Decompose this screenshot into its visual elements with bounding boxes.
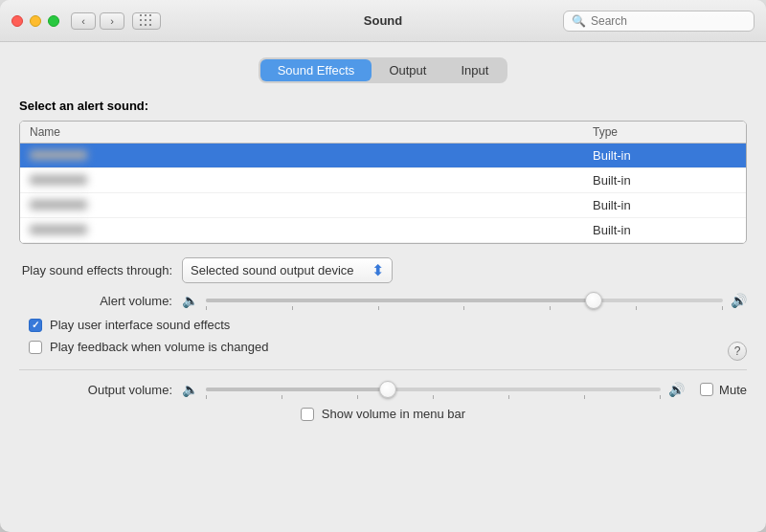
back-button[interactable]: ‹ [71,12,96,30]
list-header: Name Type [20,122,746,144]
alert-volume-row: Alert volume: 🔈 🔊 [19,293,747,308]
dropdown-arrow-icon: ⬍ [372,261,384,279]
mute-label: Mute [719,383,747,397]
play-through-label: Play sound effects through: [19,263,172,277]
slider-ticks [206,306,723,310]
window-title: Sound [364,13,402,28]
forward-button[interactable]: › [100,12,124,30]
output-slider-fill [206,388,388,391]
row-name-blurred [30,198,593,212]
ui-sounds-checkbox[interactable] [29,319,42,332]
slider-fill [206,299,594,302]
output-volume-high-icon: 🔊 [668,382,685,397]
content-area: Sound Effects Output Input Select an ale… [0,42,766,532]
window-controls [11,15,59,27]
alert-sound-label: Select an alert sound: [19,99,747,113]
titlebar: ‹ › Sound 🔍 [0,0,766,42]
show-volume-row: Show volume in menu bar [19,407,747,421]
search-box[interactable]: 🔍 [563,11,755,32]
table-row[interactable]: Built-in [20,193,746,218]
show-volume-checkbox[interactable] [301,408,314,421]
minimize-button[interactable] [30,15,41,27]
feedback-label: Play feedback when volume is changed [50,340,268,354]
show-volume-label: Show volume in menu bar [322,407,465,421]
play-through-dropdown[interactable]: Selected sound output device ⬍ [182,257,393,283]
row-type: Built-in [593,198,736,212]
tab-sound-effects[interactable]: Sound Effects [260,59,372,81]
ui-sounds-row: Play user interface sound effects [19,318,747,332]
main-window: ‹ › Sound 🔍 Sound Effects Output Input [0,0,766,532]
dropdown-value: Selected sound output device [191,263,354,277]
search-input[interactable] [591,14,746,28]
feedback-row-wrapper: Play feedback when volume is changed ? [19,340,747,362]
output-volume-label: Output volume: [19,383,172,397]
play-through-row: Play sound effects through: Selected sou… [19,257,747,283]
header-name: Name [30,125,593,139]
output-volume-row: Output volume: 🔈 🔊 Mute [19,382,747,397]
volume-high-icon: 🔊 [731,293,747,308]
volume-low-icon: 🔈 [182,293,198,308]
output-volume-slider[interactable] [206,388,661,391]
divider [19,369,747,370]
row-type: Built-in [593,223,736,237]
ui-sounds-label: Play user interface sound effects [50,318,230,332]
mute-container: Mute [700,383,747,397]
nav-buttons: ‹ › [71,12,124,30]
tab-group: Sound Effects Output Input [259,57,508,83]
output-volume-low-icon: 🔈 [182,382,198,397]
table-row[interactable]: Built-in [20,168,746,193]
alert-volume-slider-container: 🔈 🔊 [182,293,747,308]
close-button[interactable] [11,15,23,27]
feedback-row: Play feedback when volume is changed [19,340,728,354]
table-row[interactable]: Built-in [20,218,746,243]
tab-bar: Sound Effects Output Input [19,57,747,83]
sound-list: Name Type Built-in Built-in Built-in Bui… [19,121,747,244]
alert-volume-label: Alert volume: [19,294,172,308]
grid-button[interactable] [132,12,161,30]
table-row[interactable]: Built-in [20,144,746,168]
help-button[interactable]: ? [728,342,747,361]
search-icon: 🔍 [572,14,586,28]
alert-volume-slider[interactable] [206,299,723,302]
output-slider-ticks [206,395,661,399]
row-name-blurred [30,173,593,188]
row-name-blurred [30,223,593,237]
output-volume-slider-container: 🔈 🔊 [182,382,685,397]
row-type: Built-in [593,148,736,163]
grid-icon [140,14,153,28]
tab-output[interactable]: Output [372,59,443,81]
row-name-blurred [30,148,593,163]
header-type: Type [593,125,736,139]
feedback-checkbox[interactable] [29,341,42,354]
tab-input[interactable]: Input [443,59,506,81]
maximize-button[interactable] [48,15,59,27]
mute-checkbox[interactable] [700,383,713,396]
row-type: Built-in [593,173,736,188]
